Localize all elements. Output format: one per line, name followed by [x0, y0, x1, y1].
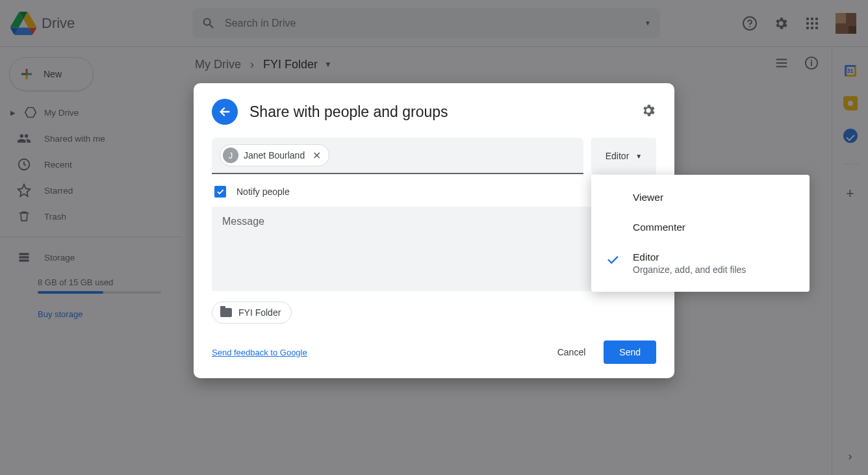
arrow-left-icon [218, 105, 232, 119]
share-settings-icon[interactable] [641, 103, 656, 121]
message-input[interactable]: Message [212, 207, 656, 291]
notify-label: Notify people [236, 186, 290, 197]
chip-name: Janet Bourland [244, 150, 305, 160]
role-menu: Viewer Commenter Editor Organize, add, a… [591, 175, 810, 292]
check-icon [606, 253, 620, 270]
people-input[interactable]: J Janet Bourland ✕ [212, 138, 583, 174]
folder-icon [220, 308, 232, 317]
caret-down-icon: ▼ [635, 153, 642, 160]
send-button[interactable]: Send [604, 340, 656, 364]
attachment-chip[interactable]: FYI Folder [212, 302, 292, 324]
dialog-title: Share with people and groups [249, 103, 448, 121]
notify-checkbox[interactable] [214, 186, 226, 198]
send-feedback-link[interactable]: Send feedback to Google [212, 348, 307, 357]
person-chip[interactable]: J Janet Bourland ✕ [220, 144, 329, 166]
cancel-button[interactable]: Cancel [548, 340, 595, 364]
role-select-button[interactable]: Editor ▼ [591, 138, 656, 174]
remove-chip-icon[interactable]: ✕ [310, 149, 324, 162]
role-select-label: Editor [606, 151, 630, 161]
chip-avatar: J [223, 148, 238, 163]
role-option-editor[interactable]: Editor Organize, add, and edit files [591, 242, 810, 284]
role-option-viewer[interactable]: Viewer [591, 183, 810, 212]
attachment-name: FYI Folder [238, 307, 281, 318]
role-option-commenter[interactable]: Commenter [591, 212, 810, 242]
check-icon [216, 187, 225, 196]
back-button[interactable] [212, 99, 238, 125]
message-placeholder: Message [222, 216, 264, 227]
